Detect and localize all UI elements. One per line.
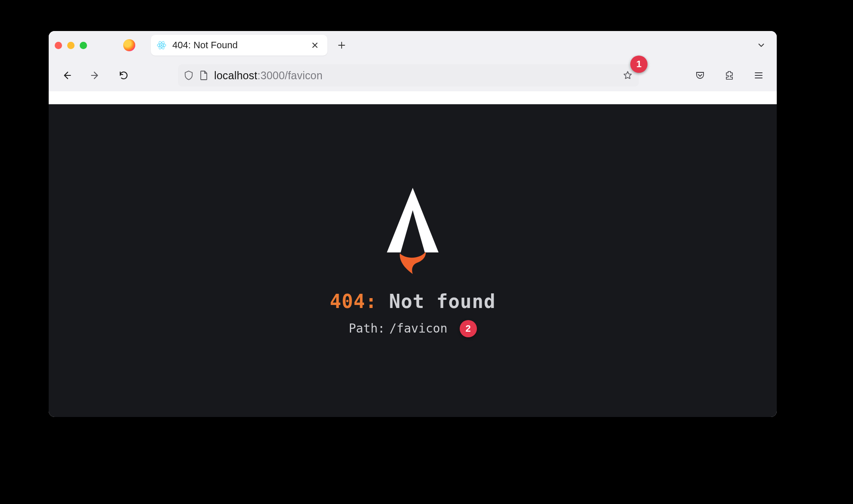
window-controls — [55, 42, 87, 49]
react-icon — [157, 40, 166, 50]
page-top-strip — [49, 91, 777, 104]
address-bar[interactable]: localhost:3000/favicon 1 — [178, 64, 639, 87]
bookmark-star-icon[interactable] — [623, 70, 633, 81]
site-info-icon[interactable] — [199, 70, 208, 81]
tabs-overflow-button[interactable] — [752, 36, 771, 55]
window-zoom-button[interactable] — [80, 42, 87, 49]
browser-window: 404: Not Found — [49, 31, 777, 417]
url-text: localhost:3000/favicon — [214, 69, 616, 82]
window-minimize-button[interactable] — [67, 42, 75, 49]
astro-logo-icon — [374, 184, 451, 275]
hamburger-menu-icon[interactable] — [750, 67, 767, 84]
forward-button[interactable] — [87, 67, 104, 84]
error-heading: 404: Not found — [330, 290, 496, 312]
error-code: 404: — [330, 290, 377, 312]
back-button[interactable] — [58, 67, 75, 84]
pocket-icon[interactable] — [691, 67, 709, 84]
tab-title: 404: Not Found — [172, 40, 302, 51]
firefox-icon — [123, 39, 135, 51]
url-host: localhost — [214, 69, 257, 81]
close-tab-button[interactable] — [308, 39, 321, 52]
extensions-icon[interactable] — [721, 67, 738, 84]
browser-toolbar: localhost:3000/favicon 1 — [49, 59, 777, 91]
error-path-line: Path: /favicon 2 — [349, 320, 476, 337]
window-close-button[interactable] — [55, 42, 62, 49]
path-value: /favicon — [389, 321, 448, 336]
annotation-badge-1: 1 — [630, 56, 648, 73]
path-label: Path: — [349, 321, 385, 336]
tracking-shield-icon[interactable] — [184, 70, 193, 81]
error-message: Not found — [377, 290, 496, 312]
reload-button[interactable] — [115, 67, 132, 84]
svg-point-0 — [161, 44, 162, 46]
toolbar-right-icons — [691, 67, 767, 84]
page-content: 404: Not found Path: /favicon 2 — [49, 104, 777, 417]
annotation-badge-2: 2 — [460, 320, 477, 337]
tab-bar: 404: Not Found — [49, 31, 777, 59]
url-path: :3000/favicon — [257, 69, 322, 81]
browser-tab[interactable]: 404: Not Found — [151, 35, 327, 56]
new-tab-button[interactable] — [333, 37, 350, 53]
